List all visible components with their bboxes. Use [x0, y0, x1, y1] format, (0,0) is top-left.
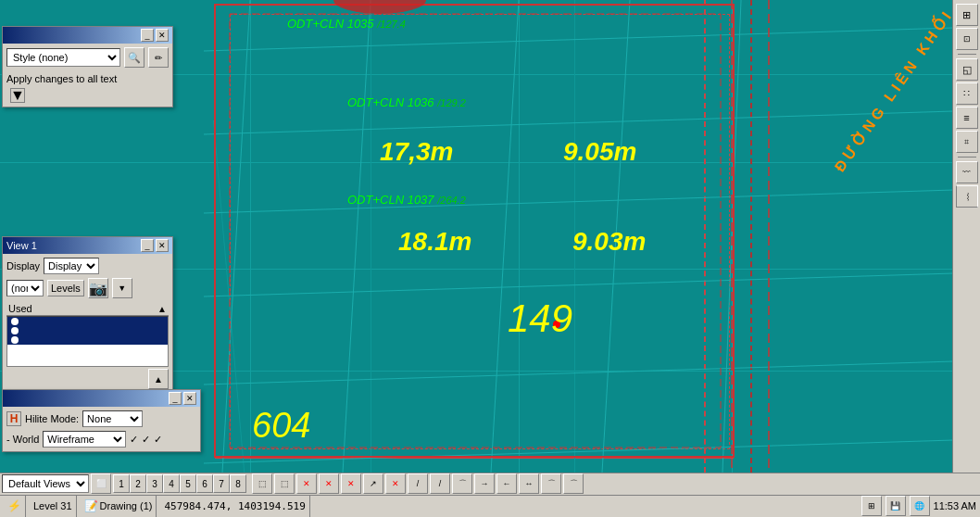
coordinates: 457984.474, 1403194.519 — [164, 500, 305, 512]
plot-id-1035: ODT+CLN 1035 /127.4 — [287, 17, 406, 31]
action-btn-3[interactable]: ✕ — [296, 473, 317, 494]
page-2-btn[interactable]: 2 — [130, 474, 146, 493]
list-item[interactable] — [7, 335, 168, 345]
none-dropdown[interactable]: (none) — [6, 280, 44, 296]
controls-minimize-btn[interactable]: _ — [169, 392, 182, 405]
level-item[interactable]: Level 31 — [30, 496, 77, 517]
rt-btn-8[interactable]: 〰 — [956, 185, 978, 208]
dropdown-arrow-btn[interactable]: ▼ — [10, 88, 25, 103]
view1-panel: View 1 _ ✕ Display Display (none) Levels… — [2, 236, 173, 394]
action-btn-10[interactable]: ⌒ — [452, 473, 472, 494]
action-btn-13[interactable]: ↔ — [519, 473, 539, 494]
action-btn-4[interactable]: ✕ — [319, 473, 339, 494]
camera-btn[interactable]: 📷 — [88, 278, 108, 298]
plot-id-1037: ODT+CLN 1037 /264.2 — [347, 193, 466, 207]
svg-line-2 — [491, 0, 519, 473]
close-btn[interactable]: ✕ — [156, 29, 169, 42]
right-status: ⊞ 💾 🌐 11:53 AM — [861, 496, 976, 516]
text-style-content: Style (none) 🔍 ✏ Apply changes to all te… — [3, 44, 172, 107]
plot-id-1036: ODT+CLN 1036 /129.2 — [347, 95, 466, 109]
display-row: Display Display — [6, 258, 169, 274]
page-number-btns: 1 2 3 4 5 6 7 8 — [113, 474, 246, 493]
apply-changes-label: Apply changes to all text — [6, 71, 169, 86]
plot-num-149: 149 — [508, 296, 572, 341]
status-row: ⚡ Level 31 📝 Drawing (1) 457984.474, 140… — [0, 496, 980, 517]
rt-btn-3[interactable]: ◱ — [956, 58, 978, 81]
search-btn[interactable]: 🔍 — [124, 47, 144, 68]
rt-btn-7[interactable]: 〰 — [956, 161, 978, 183]
status-bar: Default Views ⬜ 1 2 3 4 5 6 7 8 ⬚ ⬚ ✕ ✕ … — [0, 473, 980, 517]
action-btn-7[interactable]: ✕ — [385, 473, 406, 494]
extra-btn[interactable]: ▼ — [112, 278, 132, 298]
drawing-item[interactable]: 📝 Drawing (1) — [81, 496, 157, 517]
action-btn-15[interactable]: ⌒ — [563, 473, 584, 494]
svg-line-7 — [204, 190, 954, 213]
controls-close-btn[interactable]: ✕ — [183, 392, 196, 405]
drawing-icon: 📝 — [84, 499, 98, 512]
style-row: Style (none) 🔍 ✏ — [6, 47, 169, 68]
controls-titlebar-btns: _ ✕ — [169, 392, 196, 405]
action-btn-2[interactable]: ⬚ — [274, 473, 295, 494]
check3: ✓ — [154, 434, 162, 446]
action-btn-6[interactable]: ↗ — [363, 473, 383, 494]
svg-line-0 — [222, 0, 250, 473]
style-dropdown[interactable]: Style (none) — [6, 48, 120, 67]
text-style-panel: _ ✕ Style (none) 🔍 ✏ Apply changes to al… — [2, 26, 173, 107]
hilite-row: H Hilite Mode: None All Selection — [6, 410, 196, 427]
display-label: Display — [6, 260, 40, 271]
action-btn-14[interactable]: ⌒ — [541, 473, 561, 494]
action-btn-9[interactable]: / — [430, 473, 450, 494]
rt-btn-5[interactable]: ≡ — [956, 107, 978, 129]
hilite-dropdown[interactable]: None All Selection — [82, 410, 143, 427]
titlebar-buttons: _ ✕ — [141, 29, 169, 42]
scroll-up-btn[interactable]: ▲ — [148, 369, 169, 389]
rt-btn-2[interactable]: ⊡ — [956, 28, 978, 50]
page-1-btn[interactable]: 1 — [113, 474, 130, 493]
frame-icon-btn[interactable]: ⬜ — [91, 473, 111, 494]
level-bullet — [11, 336, 19, 344]
rt-btn-1[interactable]: ⊞ — [956, 4, 978, 26]
display-dropdown[interactable]: Display — [44, 258, 99, 274]
hilite-label: Hilite Mode: — [25, 413, 79, 424]
list-item[interactable] — [7, 317, 168, 326]
action-btn-12[interactable]: ← — [496, 473, 517, 494]
action-btn-11[interactable]: → — [474, 473, 495, 494]
views-dropdown[interactable]: Default Views — [2, 474, 89, 493]
levels-btn[interactable]: Levels — [47, 280, 84, 296]
view1-minimize-btn[interactable]: _ — [141, 239, 154, 252]
action-btn-5[interactable]: ✕ — [341, 473, 361, 494]
list-item[interactable] — [7, 326, 168, 335]
used-label: Used — [8, 303, 32, 314]
used-header: Used ▲ — [6, 302, 169, 316]
dropdown-arrow-icon: ▼ — [10, 87, 25, 104]
page-7-btn[interactable]: 7 — [213, 474, 230, 493]
svg-line-1 — [343, 0, 371, 473]
presentation-dropdown[interactable]: Wireframe Presentation — [43, 431, 126, 448]
check1: ✓ — [130, 434, 138, 446]
edit-btn[interactable]: ✏ — [148, 47, 169, 68]
rt-btn-6[interactable]: ⌗ — [956, 131, 978, 153]
page-5-btn[interactable]: 5 — [180, 474, 196, 493]
svg-line-10 — [204, 440, 954, 463]
page-8-btn[interactable]: 8 — [230, 474, 246, 493]
page-6-btn[interactable]: 6 — [196, 474, 213, 493]
controls-content: H Hilite Mode: None All Selection - Worl… — [3, 407, 200, 451]
toolbar-sep-1 — [958, 54, 976, 55]
view1-close-btn[interactable]: ✕ — [156, 239, 169, 252]
page-3-btn[interactable]: 3 — [146, 474, 163, 493]
minimize-btn[interactable]: _ — [141, 29, 154, 42]
action-btn-8[interactable]: / — [408, 473, 428, 494]
action-btn-1[interactable]: ⬚ — [252, 473, 272, 494]
status-btn-3[interactable]: 🌐 — [910, 496, 930, 516]
svg-rect-12 — [230, 14, 721, 448]
status-btn-1[interactable]: ⊞ — [861, 496, 882, 516]
hilite-icon: H — [6, 411, 21, 426]
levels-list[interactable] — [6, 316, 169, 367]
dim-9-03m: 9.03m — [572, 227, 646, 257]
page-4-btn[interactable]: 4 — [163, 474, 180, 493]
drawing-label: Drawing (1) — [100, 500, 153, 511]
rt-btn-4[interactable]: ∷ — [956, 82, 978, 105]
status-btn-2[interactable]: 💾 — [886, 496, 906, 516]
plot-num-604: 604 — [252, 406, 310, 446]
coord-item: 457984.474, 1403194.519 — [160, 496, 309, 517]
